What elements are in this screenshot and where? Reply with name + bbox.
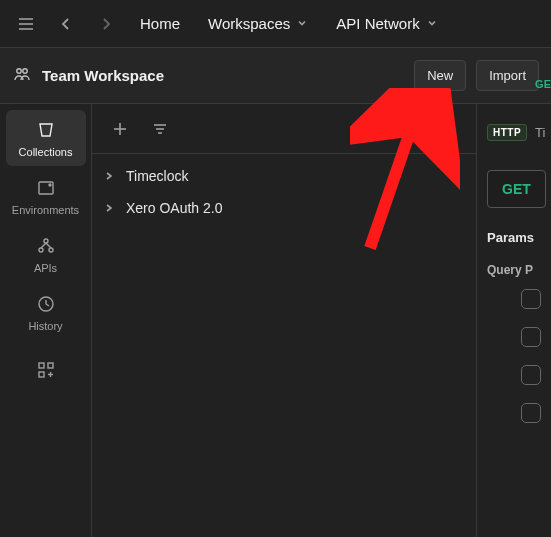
query-params-heading: Query P xyxy=(487,263,551,277)
history-icon xyxy=(36,294,56,314)
request-tab[interactable]: HTTP Ti xyxy=(487,112,551,152)
svg-rect-13 xyxy=(39,363,44,368)
collections-tree: Timeclock Xero OAuth 2.0 xyxy=(92,154,476,230)
svg-point-9 xyxy=(49,248,53,252)
params-tab[interactable]: Params xyxy=(487,230,551,245)
workspace-bar: Team Workspace New Import xyxy=(0,48,551,104)
method-selector[interactable]: GET xyxy=(487,170,546,208)
param-checkbox[interactable] xyxy=(521,403,541,423)
param-checkbox[interactable] xyxy=(521,327,541,347)
svg-point-8 xyxy=(39,248,43,252)
hamburger-menu-icon[interactable] xyxy=(8,6,44,42)
chevron-right-icon xyxy=(104,171,116,181)
chevron-down-icon xyxy=(426,15,438,32)
sidebar-item-environments[interactable]: Environments xyxy=(6,168,86,224)
chevron-right-icon xyxy=(104,203,116,213)
sidebar-item-apis[interactable]: APIs xyxy=(6,226,86,282)
chevron-down-icon xyxy=(296,15,308,32)
collection-item[interactable]: Timeclock xyxy=(92,160,476,192)
svg-line-11 xyxy=(46,243,51,248)
grid-add-icon xyxy=(37,360,55,380)
filter-icon[interactable] xyxy=(142,111,178,147)
param-checkbox[interactable] xyxy=(521,365,541,385)
svg-point-25 xyxy=(452,127,455,130)
more-options-icon[interactable] xyxy=(430,111,466,147)
team-icon xyxy=(12,64,32,88)
collection-name: Xero OAuth 2.0 xyxy=(126,200,223,216)
svg-line-10 xyxy=(41,243,46,248)
svg-rect-14 xyxy=(48,363,53,368)
method-indicator: GE xyxy=(535,78,551,90)
nav-api-network[interactable]: API Network xyxy=(324,9,449,38)
sidebar-label: Collections xyxy=(19,146,73,158)
query-params-checkboxes xyxy=(487,289,551,423)
apis-icon xyxy=(36,236,56,256)
collection-name: Timeclock xyxy=(126,168,189,184)
sidebar-item-more[interactable] xyxy=(6,350,86,388)
collection-item[interactable]: Xero OAuth 2.0 xyxy=(92,192,476,224)
sidebar-item-collections[interactable]: Collections xyxy=(6,110,86,166)
main-area: Collections Environments APIs History xyxy=(0,104,551,537)
svg-point-24 xyxy=(447,127,450,130)
svg-point-23 xyxy=(442,127,445,130)
sidebar: Collections Environments APIs History xyxy=(0,104,92,537)
http-badge: HTTP xyxy=(487,124,527,141)
request-panel: HTTP Ti GET Params Query P xyxy=(476,104,551,537)
environments-icon xyxy=(36,178,56,198)
param-checkbox[interactable] xyxy=(521,289,541,309)
new-button[interactable]: New xyxy=(414,60,466,91)
forward-icon[interactable] xyxy=(88,6,124,42)
svg-rect-15 xyxy=(39,372,44,377)
collections-panel: Timeclock Xero OAuth 2.0 xyxy=(92,104,476,537)
import-button[interactable]: Import xyxy=(476,60,539,91)
method-label: GET xyxy=(502,181,531,197)
sidebar-label: APIs xyxy=(34,262,57,274)
nav-workspaces-label: Workspaces xyxy=(208,15,290,32)
sidebar-item-history[interactable]: History xyxy=(6,284,86,340)
collections-toolbar xyxy=(92,104,476,154)
workspace-title: Team Workspace xyxy=(42,67,404,84)
sidebar-label: Environments xyxy=(12,204,79,216)
nav-api-network-label: API Network xyxy=(336,15,419,32)
svg-point-7 xyxy=(44,239,48,243)
svg-point-6 xyxy=(49,184,51,186)
back-icon[interactable] xyxy=(48,6,84,42)
svg-point-3 xyxy=(17,68,21,72)
collections-icon xyxy=(36,120,56,140)
add-icon[interactable] xyxy=(102,111,138,147)
nav-home-label: Home xyxy=(140,15,180,32)
top-navbar: Home Workspaces API Network xyxy=(0,0,551,48)
nav-workspaces[interactable]: Workspaces xyxy=(196,9,320,38)
request-tab-title: Ti xyxy=(535,125,545,140)
sidebar-label: History xyxy=(28,320,62,332)
svg-point-4 xyxy=(23,68,27,72)
nav-home[interactable]: Home xyxy=(128,9,192,38)
